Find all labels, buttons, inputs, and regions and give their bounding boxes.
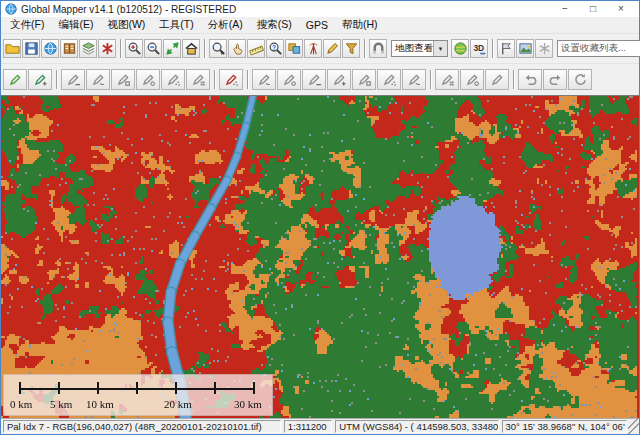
previous-view-button[interactable] [163,39,181,58]
scale-label: 30 km [234,398,262,410]
create-point-button[interactable] [219,69,243,90]
3d-view-button[interactable]: 3D [470,39,488,58]
map-view-select-value: 地图查看 [392,42,433,55]
split-feature-button[interactable] [352,69,376,90]
rotate-feature-button[interactable] [302,69,326,90]
measure-digitizer-button[interactable] [460,69,484,90]
global-mapper-window: Global Mapper v14.1 (b120512) - REGISTER… [0,0,640,435]
ruler-icon [249,41,264,56]
save-workspace-button[interactable] [22,39,40,58]
digitizer-create-button[interactable] [28,69,52,90]
combine-features-button[interactable] [377,69,401,90]
resize-grip[interactable] [628,419,639,434]
texglobe-icon [453,41,468,56]
catalog-icon [62,41,77,56]
view-shed-tool-button[interactable] [304,39,322,58]
favorites-list-input[interactable] [557,40,640,57]
scale-tick-10km [97,382,99,394]
path-profile-tool-button[interactable] [323,39,341,58]
menu-item-search[interactable]: 搜索(S) [250,18,299,32]
pan-tool-button[interactable] [228,39,246,58]
home-icon [184,41,199,56]
title-bar: Global Mapper v14.1 (b120512) - REGISTER… [1,1,639,17]
hand-icon [230,41,245,56]
layers-icon [81,41,96,56]
create-area-button[interactable] [111,69,135,90]
edit-vertex-button[interactable] [252,69,276,90]
menu-item-edit[interactable]: 编辑(E) [51,18,100,32]
digitizer-create-icon [33,72,48,87]
snapping-toggle-button[interactable] [369,39,387,58]
toolbar-separator [247,70,249,89]
scale-tick-20km [175,382,177,394]
scale-label: 20 km [164,398,192,410]
trim-feature-button[interactable] [402,69,426,90]
feature-info-tool-button[interactable]: ? [266,39,284,58]
status-bar: Pal Idx 7 - RGB(196,040,027) (48R_202001… [1,418,639,434]
move-feature-button[interactable] [277,69,301,90]
overlay-control-center-button[interactable] [79,39,97,58]
map-view-select[interactable]: 地图查看 ▼ [391,40,448,57]
open-file-button[interactable] [3,39,21,58]
status-position: 30° 15' 38.9668" N, 104° 06' 4 [502,420,627,433]
image-swatch-button[interactable] [516,39,534,58]
map-canvas[interactable] [1,96,637,418]
zoomout-icon [146,41,161,56]
menu-item-gps[interactable]: GPS [299,19,335,31]
snap-tool-button[interactable] [435,69,459,90]
asterisk-red-icon [100,41,115,56]
color-swatch-tool-button[interactable] [285,39,303,58]
minimize-button[interactable]: − [551,1,579,17]
split-feature-icon [357,72,372,87]
open-online-data-button[interactable] [41,39,59,58]
info-icon: ? [268,41,283,56]
scale-bar: 0 km5 km10 km20 km30 km [3,374,273,416]
full-view-button[interactable] [182,39,200,58]
create-circle-button[interactable] [161,69,185,90]
scale-label: 5 km [50,398,72,410]
menu-item-help[interactable]: 帮助(H) [335,18,385,32]
redo-digitizer-button[interactable] [543,69,567,90]
close-button[interactable]: × [607,1,635,17]
status-projection: UTM (WGS84) - ( 414598.503, 3348020.790 … [335,420,498,433]
window-title: Global Mapper v14.1 (b120512) - REGISTER… [21,4,551,15]
filter-tool-button[interactable] [342,39,360,58]
revert-digitizer-button[interactable] [568,69,592,90]
flag-tool-button[interactable] [497,39,515,58]
digitizer-edit-button[interactable] [3,69,27,90]
scale-feature-icon [332,72,347,87]
create-spiral-icon [91,72,106,87]
menu-item-file[interactable]: 文件(F) [3,18,51,32]
zoom-tool-button[interactable] [209,39,227,58]
revert-icon [573,72,588,87]
texture-map-button[interactable] [451,39,469,58]
create-grid-button[interactable] [186,69,210,90]
maximize-button[interactable]: □ [579,1,607,17]
digitizer-edit-icon [8,72,23,87]
create-area-icon [116,72,131,87]
scale-tick-30km [253,382,255,394]
measure-tool-button[interactable] [247,39,265,58]
zoom-in-button[interactable] [125,39,143,58]
combine-features-icon [382,72,397,87]
undo-icon [523,72,538,87]
trim-feature-icon [407,72,422,87]
attribute-edit-button[interactable] [485,69,509,90]
snowflake-tool-button[interactable] [535,39,553,58]
undo-digitizer-button[interactable] [518,69,542,90]
create-rect-button[interactable] [136,69,160,90]
scale-feature-button[interactable] [327,69,351,90]
menu-item-analysis[interactable]: 分析(A) [201,18,250,32]
measure-digitizer-icon [465,72,480,87]
toolbar-separator [513,70,515,89]
status-pixel-info: Pal Idx 7 - RGB(196,040,027) (48R_202001… [3,420,281,433]
create-spiral-button[interactable] [86,69,110,90]
globe-icon [43,41,58,56]
menu-item-view[interactable]: 视图(W) [100,18,152,32]
map-catalog-button[interactable] [60,39,78,58]
zoom-out-button[interactable] [144,39,162,58]
create-line-button[interactable] [61,69,85,90]
clear-workspace-button[interactable] [98,39,116,58]
menu-item-tools[interactable]: 工具(T) [152,18,200,32]
move-feature-icon [282,72,297,87]
